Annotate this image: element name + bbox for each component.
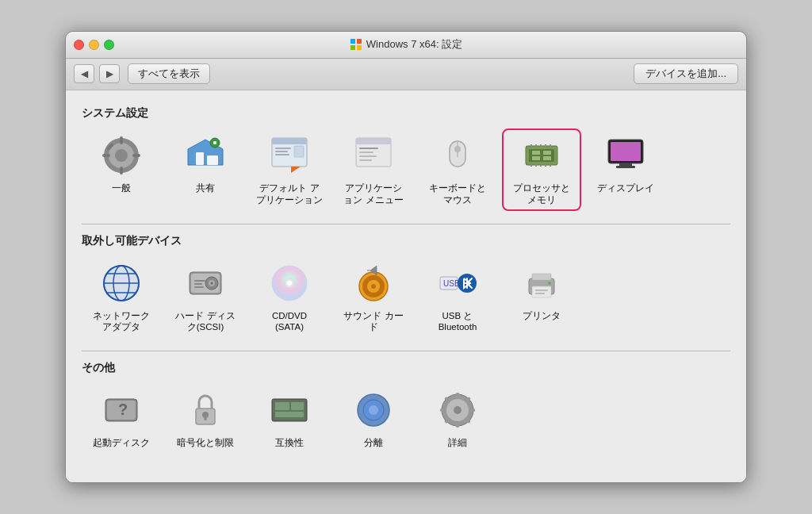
svg-rect-40 bbox=[540, 144, 542, 148]
section-title-removable: 取外し可能デバイス bbox=[82, 234, 730, 248]
back-button[interactable]: ◀ bbox=[74, 64, 94, 83]
cd-dvd-label: CD/DVD(SATA) bbox=[272, 310, 307, 334]
item-sharing[interactable]: 共有 bbox=[166, 128, 245, 211]
display-label: ディスプレイ bbox=[597, 182, 654, 194]
svg-rect-49 bbox=[611, 142, 641, 161]
svg-rect-83 bbox=[535, 293, 545, 294]
item-default-apps[interactable]: デフォルト アプリケーション bbox=[250, 128, 329, 211]
app-menu-label: アプリケーション メニュー bbox=[343, 182, 403, 206]
item-printer[interactable]: プリンタ bbox=[502, 256, 581, 339]
item-usb-bluetooth[interactable]: USB USB とBluetooth bbox=[418, 256, 497, 339]
divider-2 bbox=[82, 351, 730, 351]
svg-rect-104 bbox=[469, 409, 475, 412]
window-icon bbox=[350, 38, 362, 51]
minimize-button[interactable] bbox=[89, 40, 99, 50]
toolbar: ◀ ▶ すべてを表示 デバイスを追加... bbox=[66, 59, 746, 90]
item-cd-dvd[interactable]: CD/DVD(SATA) bbox=[250, 256, 329, 339]
item-processor-memory[interactable]: プロセッサとメモリ bbox=[502, 128, 581, 211]
close-button[interactable] bbox=[74, 40, 84, 50]
svg-rect-94 bbox=[291, 402, 304, 410]
svg-text:USB: USB bbox=[443, 279, 460, 288]
general-icon bbox=[99, 133, 144, 178]
svg-rect-34 bbox=[532, 151, 540, 155]
svg-rect-8 bbox=[120, 167, 123, 175]
svg-point-31 bbox=[454, 146, 461, 152]
svg-rect-28 bbox=[359, 159, 372, 161]
svg-rect-102 bbox=[456, 393, 459, 399]
svg-rect-95 bbox=[275, 412, 304, 417]
other-grid: ? 起動ディスク 暗号化と制限 bbox=[82, 383, 730, 454]
svg-rect-81 bbox=[532, 286, 551, 297]
divider-1 bbox=[82, 224, 730, 224]
svg-rect-44 bbox=[535, 163, 537, 167]
startup-disk-icon: ? bbox=[99, 388, 144, 432]
svg-rect-21 bbox=[275, 154, 289, 155]
svg-rect-20 bbox=[275, 151, 288, 152]
svg-rect-9 bbox=[102, 154, 110, 157]
svg-rect-106 bbox=[456, 421, 459, 428]
svg-rect-64 bbox=[194, 280, 205, 282]
svg-rect-80 bbox=[532, 274, 551, 280]
add-device-button[interactable]: デバイスを追加... bbox=[634, 63, 738, 84]
default-apps-label: デフォルト アプリケーション bbox=[256, 182, 323, 206]
removable-devices-grid: ネットワークアダプタ ハード ディスク(SCSI) bbox=[82, 256, 730, 339]
svg-rect-25 bbox=[359, 148, 378, 149]
usb-bluetooth-icon: USB bbox=[435, 261, 480, 305]
general-label: 一般 bbox=[112, 182, 131, 194]
svg-rect-18 bbox=[272, 143, 307, 144]
item-keyboard-mouse[interactable]: キーボードとマウス bbox=[418, 128, 497, 211]
item-network[interactable]: ネットワークアダプタ bbox=[82, 256, 161, 339]
svg-rect-3 bbox=[357, 45, 362, 50]
startup-disk-label: 起動ディスク bbox=[93, 437, 150, 449]
traffic-lights bbox=[74, 40, 114, 50]
svg-rect-0 bbox=[350, 39, 355, 44]
item-encryption[interactable]: 暗号化と制限 bbox=[166, 383, 245, 454]
display-icon bbox=[603, 133, 648, 178]
forward-button[interactable]: ▶ bbox=[99, 64, 120, 83]
item-display[interactable]: ディスプレイ bbox=[586, 128, 665, 211]
svg-rect-45 bbox=[540, 163, 542, 167]
svg-rect-51 bbox=[616, 166, 635, 168]
svg-rect-65 bbox=[194, 283, 202, 285]
item-isolation[interactable]: 分離 bbox=[334, 383, 413, 454]
svg-rect-12 bbox=[196, 152, 204, 165]
content-area: システム設定 一般 bbox=[66, 90, 746, 483]
network-label: ネットワークアダプタ bbox=[93, 310, 150, 334]
svg-rect-10 bbox=[132, 154, 140, 157]
svg-point-6 bbox=[115, 149, 128, 162]
svg-rect-39 bbox=[535, 144, 537, 148]
svg-rect-35 bbox=[543, 151, 551, 155]
svg-rect-19 bbox=[275, 148, 291, 149]
svg-rect-90 bbox=[205, 416, 207, 420]
svg-rect-22 bbox=[294, 146, 304, 157]
titlebar: Windows 7 x64: 設定 bbox=[66, 32, 746, 59]
item-app-menu[interactable]: アプリケーション メニュー bbox=[334, 128, 413, 211]
section-title-other: その他 bbox=[82, 361, 730, 375]
keyboard-mouse-icon bbox=[435, 133, 480, 178]
item-hard-disk[interactable]: ハード ディスク(SCSI) bbox=[166, 256, 245, 339]
system-settings-grid: 一般 共有 bbox=[82, 128, 730, 211]
svg-rect-42 bbox=[550, 144, 551, 148]
svg-rect-108 bbox=[440, 409, 446, 412]
svg-point-63 bbox=[211, 282, 213, 284]
show-all-button[interactable]: すべてを表示 bbox=[128, 63, 210, 84]
item-advanced[interactable]: 詳細 bbox=[418, 383, 497, 454]
item-compatibility[interactable]: 互換性 bbox=[250, 383, 329, 454]
svg-rect-15 bbox=[213, 141, 216, 144]
svg-point-74 bbox=[371, 284, 376, 289]
item-general[interactable]: 一般 bbox=[82, 128, 161, 211]
usb-bluetooth-label: USB とBluetooth bbox=[439, 310, 477, 334]
svg-rect-24 bbox=[356, 138, 391, 144]
advanced-label: 詳細 bbox=[448, 437, 467, 449]
processor-memory-label: プロセッサとメモリ bbox=[513, 182, 570, 206]
svg-rect-1 bbox=[357, 39, 362, 44]
maximize-button[interactable] bbox=[104, 40, 114, 50]
encryption-icon bbox=[183, 388, 228, 432]
sound-card-icon bbox=[351, 261, 396, 305]
item-sound-card[interactable]: サウンド カード bbox=[334, 256, 413, 339]
svg-rect-47 bbox=[550, 163, 551, 167]
sound-card-label: サウンド カード bbox=[343, 310, 403, 334]
svg-rect-38 bbox=[530, 144, 532, 148]
svg-rect-93 bbox=[275, 402, 289, 410]
item-startup-disk[interactable]: ? 起動ディスク bbox=[82, 383, 161, 454]
